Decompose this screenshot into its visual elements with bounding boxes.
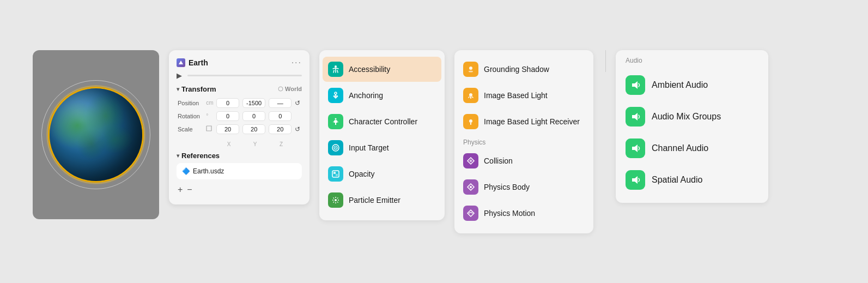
channel-audio-label: Channel Audio [652, 143, 708, 153]
position-y-input[interactable] [242, 98, 265, 108]
inspector-header: Earth ··· [177, 58, 302, 68]
svg-rect-11 [333, 172, 336, 174]
inspector-menu-button[interactable]: ··· [292, 58, 302, 68]
physics-motion-icon [463, 206, 478, 221]
opacity-icon [328, 166, 343, 182]
component-opacity[interactable]: Opacity [323, 161, 441, 186]
svg-point-6 [335, 118, 337, 119]
svg-point-3 [335, 92, 337, 94]
svg-marker-27 [632, 81, 638, 89]
remove-reference-button[interactable]: − [187, 185, 192, 195]
reference-item: 🔷 Earth.usdz [177, 163, 302, 179]
position-row: Position cm ↺ [177, 97, 302, 110]
component-image-based-light-label: Image Based Light [484, 91, 548, 100]
audio-item-ambient[interactable]: Ambient Audio [623, 70, 761, 100]
inspector-title: Earth [189, 58, 208, 67]
component-collision[interactable]: Collision [458, 148, 590, 173]
world-badge: World [278, 86, 302, 92]
audio-item-mix-groups[interactable]: Audio Mix Groups [623, 101, 761, 132]
audio-section-header: Audio [623, 57, 761, 64]
component-grounding-shadow[interactable]: Grounding Shadow [458, 57, 590, 82]
component-physics-motion[interactable]: Physics Motion [458, 201, 590, 226]
earth-globe [50, 88, 142, 181]
position-reset[interactable]: ↺ [294, 97, 302, 110]
input-target-icon [328, 140, 343, 155]
component-accessibility-label: Accessibility [349, 65, 390, 74]
component-image-based-light-receiver-label: Image Based Light Receiver [484, 117, 580, 126]
scale-z-input[interactable] [269, 124, 292, 134]
spatial-audio-label: Spatial Audio [652, 175, 702, 185]
axis-labels: X Y Z [177, 141, 302, 147]
component-collision-label: Collision [484, 156, 513, 165]
component-image-based-light-receiver[interactable]: Image Based Light Receiver [458, 109, 590, 134]
rotation-y-input[interactable] [242, 111, 265, 121]
character-controller-icon [328, 114, 343, 129]
component-anchoring-label: Anchoring [349, 91, 383, 100]
particle-emitter-icon [328, 192, 343, 208]
rotation-row: Rotation ° [177, 110, 302, 123]
component-particle-emitter[interactable]: Particle Emitter [323, 188, 441, 213]
references-caret: ▾ [177, 153, 179, 159]
audio-mix-groups-icon [626, 107, 645, 127]
svg-point-9 [335, 147, 336, 148]
svg-point-2 [335, 65, 337, 68]
components-panel-1: Accessibility Anchoring Character Contro… [319, 50, 445, 220]
position-z-input[interactable] [269, 98, 292, 108]
component-anchoring[interactable]: Anchoring [323, 83, 441, 108]
scale-row: Scale ↺ [177, 123, 302, 136]
spatial-audio-icon [626, 170, 645, 190]
position-x-input[interactable] [216, 98, 239, 108]
svg-line-19 [337, 202, 338, 203]
accessibility-icon [328, 62, 343, 77]
svg-line-18 [333, 197, 335, 198]
component-character-controller[interactable]: Character Controller [323, 109, 441, 134]
audio-item-channel[interactable]: Channel Audio [623, 133, 761, 164]
components-panel-2: Grounding Shadow Image Based Light Image… [454, 50, 593, 233]
rotation-z-input[interactable] [269, 111, 292, 121]
component-image-based-light[interactable]: Image Based Light [458, 83, 590, 108]
component-physics-body[interactable]: Physics Body [458, 174, 590, 200]
play-button[interactable]: ▶ [177, 72, 184, 80]
transform-grid: Position cm ↺ Rotation ° Scale [177, 97, 302, 136]
transform-caret: ▾ [177, 86, 179, 92]
svg-point-22 [469, 67, 472, 70]
svg-marker-0 [179, 61, 183, 64]
transform-label: ▾ Transform World [177, 85, 302, 93]
progress-bar [187, 75, 302, 76]
component-particle-emitter-label: Particle Emitter [349, 196, 400, 204]
svg-marker-29 [632, 144, 638, 152]
component-physics-motion-label: Physics Motion [484, 209, 535, 218]
svg-point-13 [335, 199, 337, 201]
rotation-x-input[interactable] [216, 111, 239, 121]
inspector-panel: Earth ··· ▶ ▾ Transform World Position c… [169, 50, 309, 204]
entity-icon [177, 58, 185, 67]
audio-panel: Audio Ambient Audio Audio Mix Groups Cha… [616, 50, 768, 203]
ref-actions: + − [177, 183, 302, 197]
ambient-audio-label: Ambient Audio [652, 80, 708, 90]
references-label: ▾ References [177, 152, 302, 160]
svg-point-1 [278, 87, 283, 91]
component-input-target-label: Input Target [349, 143, 389, 152]
reference-label: Earth.usdz [193, 167, 224, 175]
svg-rect-12 [336, 174, 338, 176]
physics-section-header: Physics [458, 135, 590, 148]
component-input-target[interactable]: Input Target [323, 135, 441, 160]
anchoring-icon [328, 88, 343, 103]
panel-divider [605, 50, 606, 72]
title-row: Earth [177, 58, 208, 67]
scale-x-input[interactable] [216, 124, 239, 134]
ambient-audio-icon [626, 75, 645, 95]
component-opacity-label: Opacity [349, 170, 374, 178]
component-accessibility[interactable]: Accessibility [323, 57, 441, 82]
image-based-light-receiver-icon [463, 114, 478, 129]
main-container: Earth ··· ▶ ▾ Transform World Position c… [0, 34, 868, 250]
svg-point-24 [469, 93, 472, 97]
svg-point-25 [469, 119, 472, 123]
audio-item-spatial[interactable]: Spatial Audio [623, 165, 761, 195]
scale-reset[interactable]: ↺ [294, 123, 302, 136]
physics-body-icon [463, 179, 478, 195]
collision-icon [463, 153, 478, 168]
scale-y-input[interactable] [242, 124, 265, 134]
add-reference-button[interactable]: + [178, 185, 183, 195]
grounding-shadow-icon [463, 62, 478, 77]
